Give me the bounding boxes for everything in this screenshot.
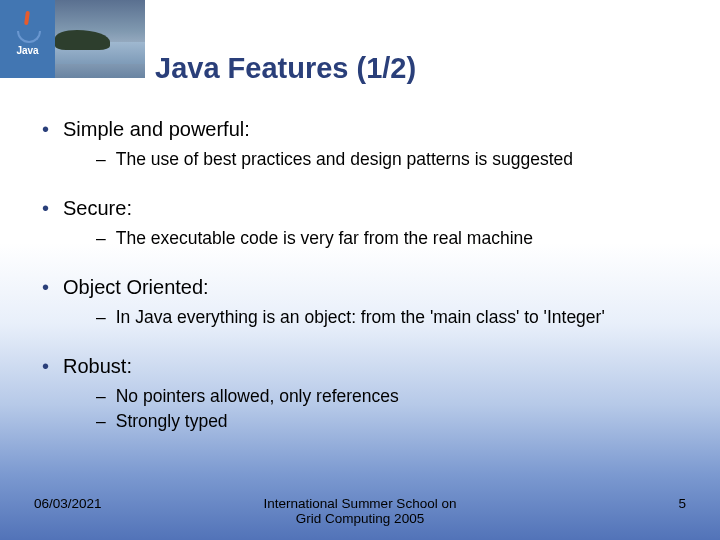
bullet-level1: • Object Oriented:	[42, 276, 700, 299]
bullet-heading: Robust:	[63, 355, 132, 378]
bullet-heading: Secure:	[63, 197, 132, 220]
bullet-group: • Secure: – The executable code is very …	[42, 197, 700, 249]
bullet-dot-icon: •	[42, 356, 49, 376]
bullet-dot-icon: •	[42, 198, 49, 218]
bullet-dash-icon: –	[96, 411, 106, 432]
bullet-sub: Strongly typed	[116, 411, 228, 432]
bullet-level2: – The use of best practices and design p…	[96, 149, 700, 170]
java-logo-text: Java	[16, 45, 38, 56]
bullet-sub: In Java everything is an object: from th…	[116, 307, 605, 328]
slide-title: Java Features (1/2)	[155, 52, 416, 85]
logo-area: Java	[0, 0, 145, 78]
bullet-heading: Simple and powerful:	[63, 118, 250, 141]
slide-content: • Simple and powerful: – The use of best…	[42, 118, 700, 459]
bullet-dot-icon: •	[42, 119, 49, 139]
bullet-level2: – No pointers allowed, only references	[96, 386, 700, 407]
bullet-sub: No pointers allowed, only references	[116, 386, 399, 407]
bullet-dash-icon: –	[96, 307, 106, 328]
bullet-group: • Simple and powerful: – The use of best…	[42, 118, 700, 170]
bullet-sub: The use of best practices and design pat…	[116, 149, 573, 170]
bullet-group: • Robust: – No pointers allowed, only re…	[42, 355, 700, 432]
footer-page-number: 5	[678, 496, 686, 511]
decorative-landscape-icon	[55, 0, 145, 78]
slide-footer: 06/03/2021 International Summer School o…	[0, 494, 720, 530]
bullet-sub: The executable code is very far from the…	[116, 228, 533, 249]
footer-center-line1: International Summer School on	[264, 496, 457, 511]
java-cup-icon	[15, 23, 41, 43]
bullet-dash-icon: –	[96, 386, 106, 407]
bullet-level2: – In Java everything is an object: from …	[96, 307, 700, 328]
bullet-dash-icon: –	[96, 149, 106, 170]
footer-center-line2: Grid Computing 2005	[296, 511, 424, 526]
java-logo: Java	[0, 0, 55, 78]
bullet-level2: – The executable code is very far from t…	[96, 228, 700, 249]
bullet-dash-icon: –	[96, 228, 106, 249]
footer-center: International Summer School on Grid Comp…	[0, 496, 720, 526]
bullet-level2: – Strongly typed	[96, 411, 700, 432]
bullet-level1: • Simple and powerful:	[42, 118, 700, 141]
bullet-group: • Object Oriented: – In Java everything …	[42, 276, 700, 328]
bullet-level1: • Robust:	[42, 355, 700, 378]
bullet-heading: Object Oriented:	[63, 276, 209, 299]
bullet-level1: • Secure:	[42, 197, 700, 220]
bullet-dot-icon: •	[42, 277, 49, 297]
